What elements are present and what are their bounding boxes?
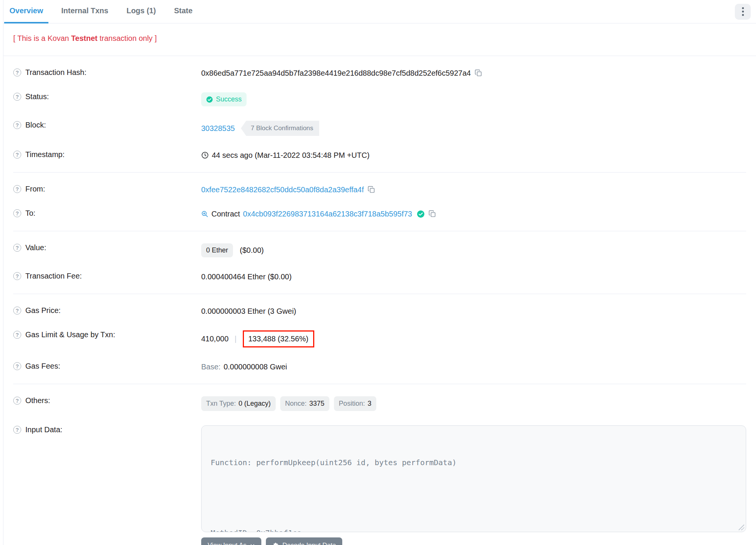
row-others: ? Others: Txn Type:0 (Legacy) Nonce:3375… xyxy=(13,389,746,418)
gas-usage-value: 133,488 (32.56%) xyxy=(248,335,309,343)
row-label-text: Gas Limit & Usage by Txn: xyxy=(25,330,115,339)
copy-to-address-button[interactable] xyxy=(428,210,436,218)
row-from: ? From: 0xfee7522e8482682cf50ddc50a0f8da… xyxy=(13,178,746,202)
copy-icon xyxy=(475,69,482,77)
zoom-in-icon[interactable] xyxy=(201,210,208,218)
help-icon[interactable]: ? xyxy=(13,331,21,339)
puzzle-icon xyxy=(272,542,279,545)
decode-input-data-button[interactable]: Decode Input Data xyxy=(266,537,343,545)
row-gas-price: ? Gas Price: 0.000000003 Ether (3 Gwei) xyxy=(13,299,746,323)
kebab-icon xyxy=(742,7,744,9)
help-icon[interactable]: ? xyxy=(13,93,21,101)
value-ether-badge: 0 Ether xyxy=(201,243,233,257)
transaction-hash-value: 0x86ed5a771e725aa94d5b7fa2398e4419e216d8… xyxy=(201,69,471,78)
row-transaction-fee: ? Transaction Fee: 0.000400464 Ether ($0… xyxy=(13,265,746,289)
nonce-badge: Nonce:3375 xyxy=(280,396,329,411)
help-icon[interactable]: ? xyxy=(13,272,21,280)
row-label-text: Block: xyxy=(25,121,46,129)
txn-type-badge: Txn Type:0 (Legacy) xyxy=(201,396,276,411)
timestamp-value: 44 secs ago (Mar-11-2022 03:54:48 PM +UT… xyxy=(212,151,369,160)
block-number-link[interactable]: 30328535 xyxy=(201,124,235,133)
value-usd: ($0.00) xyxy=(240,246,264,255)
clock-icon xyxy=(201,151,209,159)
divider xyxy=(13,172,746,173)
row-value: ? Value: 0 Ether ($0.00) xyxy=(13,236,746,265)
status-badge: Success xyxy=(201,92,247,106)
row-label-text: Input Data: xyxy=(25,425,62,434)
gas-fees-base-value: 0.000000008 Gwei xyxy=(224,363,287,371)
testnet-notice: [ This is a Kovan Testnet transaction on… xyxy=(13,34,746,43)
chevron-down-icon xyxy=(250,543,255,545)
row-label-text: Timestamp: xyxy=(25,150,65,159)
help-icon[interactable]: ? xyxy=(13,244,21,252)
row-label-text: Gas Fees: xyxy=(25,362,60,371)
gas-fees-base-label: Base: xyxy=(201,363,220,371)
row-label-text: Transaction Fee: xyxy=(25,272,82,280)
gas-price-value: 0.000000003 Ether (3 Gwei) xyxy=(201,307,296,316)
copy-hash-button[interactable] xyxy=(475,69,482,77)
check-circle-icon xyxy=(206,96,213,103)
copy-icon xyxy=(428,210,436,218)
verified-contract-icon xyxy=(417,210,425,218)
help-icon[interactable]: ? xyxy=(13,151,21,159)
block-confirmations-badge: 7 Block Confirmations xyxy=(241,121,319,136)
gas-separator: | xyxy=(234,335,236,343)
tab-state[interactable]: State xyxy=(169,0,198,23)
help-icon[interactable]: ? xyxy=(13,307,21,315)
row-to: ? To: Contract 0x4cb093f226983713164a621… xyxy=(13,202,746,226)
row-label-text: From: xyxy=(25,185,45,193)
tab-overview[interactable]: Overview xyxy=(4,0,48,23)
resize-grip[interactable] xyxy=(739,525,744,530)
help-icon[interactable]: ? xyxy=(13,185,21,193)
help-icon[interactable]: ? xyxy=(13,69,21,76)
row-timestamp: ? Timestamp: 44 secs ago (Mar-11-2022 03… xyxy=(13,143,746,167)
copy-from-address-button[interactable] xyxy=(368,186,375,193)
row-gas-fees: ? Gas Fees: Base: 0.000000008 Gwei xyxy=(13,355,746,379)
transaction-overview-card: Overview Internal Txns Logs (1) State [ … xyxy=(3,0,756,545)
annotation-highlight-box: 133,488 (32.56%) xyxy=(243,330,314,347)
transaction-fee-value: 0.000400464 Ether ($0.00) xyxy=(201,272,292,281)
help-icon[interactable]: ? xyxy=(13,121,21,129)
kebab-menu-button[interactable] xyxy=(735,4,751,20)
help-icon[interactable]: ? xyxy=(13,362,21,370)
divider xyxy=(3,56,756,56)
row-label-text: Value: xyxy=(25,243,46,252)
row-status: ? Status: Success xyxy=(13,85,746,114)
view-input-as-button[interactable]: View Input As xyxy=(201,537,261,545)
position-badge: Position:3 xyxy=(334,396,376,411)
row-input-data: ? Input Data: Function: performUpkeep(ui… xyxy=(13,418,746,545)
row-gas-limit-usage: ? Gas Limit & Usage by Txn: 410,000 | 13… xyxy=(13,323,746,355)
divider xyxy=(13,294,746,294)
row-label-text: Transaction Hash: xyxy=(25,68,87,77)
row-block: ? Block: 30328535 7 Block Confirmations xyxy=(13,114,746,143)
tab-bar: Overview Internal Txns Logs (1) State xyxy=(3,0,756,23)
copy-icon xyxy=(368,186,375,193)
row-label-text: Gas Price: xyxy=(25,306,61,315)
row-label-text: To: xyxy=(25,209,36,218)
help-icon[interactable]: ? xyxy=(13,397,21,405)
input-methodid-line: MethodID: 0x7bbaf1ea xyxy=(211,527,737,532)
help-icon[interactable]: ? xyxy=(13,209,21,217)
row-label-text: Others: xyxy=(25,396,50,405)
row-transaction-hash: ? Transaction Hash: 0x86ed5a771e725aa94d… xyxy=(13,61,746,85)
help-icon[interactable]: ? xyxy=(13,426,21,434)
tab-logs[interactable]: Logs (1) xyxy=(121,0,161,23)
input-function-line: Function: performUpkeep(uint256 id, byte… xyxy=(211,457,737,469)
input-data-textarea[interactable]: Function: performUpkeep(uint256 id, byte… xyxy=(201,425,746,532)
divider xyxy=(13,384,746,384)
row-label-text: Status: xyxy=(25,92,49,101)
to-contract-address-link[interactable]: 0x4cb093f226983713164a62138c3f718a5b595f… xyxy=(243,210,412,218)
tab-internal-txns[interactable]: Internal Txns xyxy=(56,0,113,23)
from-address-link[interactable]: 0xfee7522e8482682cf50ddc50a0f8da2a39effa… xyxy=(201,185,364,194)
contract-word: Contract xyxy=(211,210,240,218)
divider xyxy=(13,231,746,231)
gas-limit-value: 410,000 xyxy=(201,335,228,343)
